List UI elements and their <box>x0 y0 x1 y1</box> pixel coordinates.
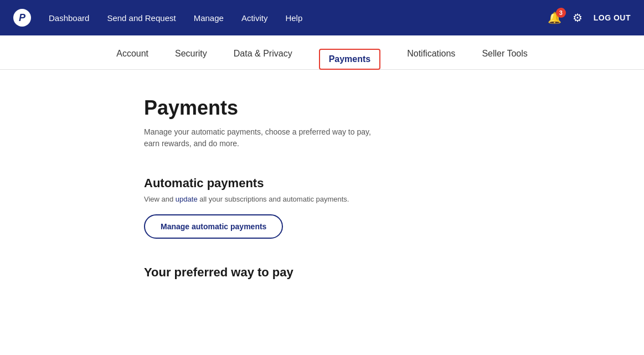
logo[interactable]: P <box>13 9 31 27</box>
nav-activity[interactable]: Activity <box>241 13 268 23</box>
settings-navigation: Account Security Data & Privacy Payments… <box>0 35 644 70</box>
nav-links: Dashboard Send and Request Manage Activi… <box>49 13 548 23</box>
tab-security[interactable]: Security <box>175 49 207 69</box>
tab-notifications[interactable]: Notifications <box>407 49 455 69</box>
tab-payments[interactable]: Payments <box>319 49 381 70</box>
nav-manage[interactable]: Manage <box>194 13 224 23</box>
top-navigation: P Dashboard Send and Request Manage Acti… <box>0 0 644 35</box>
logout-button[interactable]: LOG OUT <box>594 13 631 22</box>
settings-gear-icon[interactable]: ⚙ <box>573 11 583 24</box>
tab-seller-tools[interactable]: Seller Tools <box>482 49 527 69</box>
automatic-payments-desc-text: View and <box>144 195 176 203</box>
tab-account[interactable]: Account <box>116 49 148 69</box>
notification-badge: 3 <box>556 8 566 18</box>
manage-automatic-payments-button[interactable]: Manage automatic payments <box>144 214 283 239</box>
notifications-bell[interactable]: 🔔 3 <box>548 11 561 24</box>
main-content: Payments Manage your automatic payments,… <box>0 70 644 306</box>
automatic-payments-desc-text2: all your subscriptions and automatic pay… <box>198 195 349 203</box>
automatic-payments-desc: View and update all your subscriptions a… <box>144 195 500 203</box>
tab-data-privacy[interactable]: Data & Privacy <box>234 49 292 69</box>
automatic-payments-update-link[interactable]: update <box>176 195 198 203</box>
nav-dashboard[interactable]: Dashboard <box>49 13 89 23</box>
paypal-logo-icon: P <box>13 9 31 27</box>
preferred-pay-title: Your preferred way to pay <box>144 265 500 280</box>
page-subtitle: Manage your automatic payments, choose a… <box>144 126 377 150</box>
nav-send-request[interactable]: Send and Request <box>107 13 176 23</box>
page-title: Payments <box>144 96 500 120</box>
nav-right: 🔔 3 ⚙ LOG OUT <box>548 11 631 24</box>
nav-help[interactable]: Help <box>285 13 302 23</box>
automatic-payments-title: Automatic payments <box>144 176 500 191</box>
